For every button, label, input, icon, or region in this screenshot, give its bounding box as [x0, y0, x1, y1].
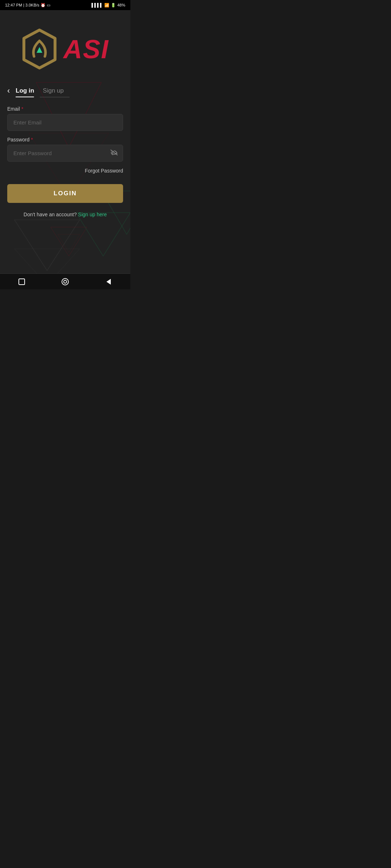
svg-marker-9 — [37, 47, 42, 53]
tab-login[interactable]: Log in — [13, 84, 40, 97]
svg-marker-4 — [14, 249, 80, 273]
login-button[interactable]: LOGIN — [7, 184, 123, 203]
email-label: Email * — [7, 106, 123, 112]
password-input[interactable] — [7, 145, 123, 162]
svg-marker-7 — [58, 234, 80, 252]
back-triangle-icon — [106, 278, 112, 285]
nav-home-button[interactable] — [58, 275, 72, 289]
bottom-nav — [0, 273, 130, 289]
tabs: Log in Sign up — [13, 84, 70, 97]
app-content: ASI ‹ Log in Sign up Email * Password * — [0, 10, 130, 273]
email-input-wrapper — [7, 114, 123, 131]
square-icon — [18, 278, 25, 285]
email-required: * — [21, 106, 23, 112]
svg-rect-10 — [19, 279, 25, 285]
svg-marker-3 — [14, 220, 80, 271]
logo-area: ASI — [7, 10, 123, 84]
password-required: * — [31, 137, 33, 142]
password-input-wrapper — [7, 145, 123, 162]
forgot-password-button[interactable]: Forgot Password — [85, 168, 123, 174]
eye-off-icon — [110, 149, 118, 156]
email-input[interactable] — [7, 114, 123, 131]
hex-logo — [21, 28, 58, 70]
circle-icon — [61, 278, 69, 286]
status-time-network: 12:47 PM | 3.0KB/s ⏰ ▭ — [5, 3, 50, 8]
svg-marker-6 — [51, 227, 87, 256]
battery-icon: 🔋 — [111, 3, 116, 8]
forgot-password-row: Forgot Password — [7, 167, 123, 174]
signup-link[interactable]: Sign up here — [78, 212, 107, 217]
brand-text: ASI — [63, 34, 109, 64]
form-area: Email * Password * Forgot Password — [7, 106, 123, 217]
status-bar: 12:47 PM | 3.0KB/s ⏰ ▭ ▌▌▌▌ 📶 🔋 48% — [0, 0, 130, 10]
tab-signup[interactable]: Sign up — [40, 84, 70, 97]
nav-square-button[interactable] — [14, 275, 29, 289]
svg-marker-5 — [76, 213, 130, 256]
nav-back-button[interactable] — [101, 275, 116, 289]
svg-marker-13 — [106, 279, 111, 285]
wifi-icon: 📶 — [104, 3, 109, 8]
password-visibility-toggle[interactable] — [110, 149, 118, 157]
password-label: Password * — [7, 137, 123, 142]
back-button[interactable]: ‹ — [7, 85, 13, 96]
signup-row: Don't have an account? Sign up here — [7, 212, 123, 217]
signal-icon: ▌▌▌▌ — [92, 3, 103, 7]
svg-point-11 — [62, 278, 68, 285]
status-icons: ▌▌▌▌ 📶 🔋 48% — [92, 3, 125, 8]
tab-area: ‹ Log in Sign up — [7, 84, 123, 97]
svg-point-12 — [64, 280, 67, 283]
